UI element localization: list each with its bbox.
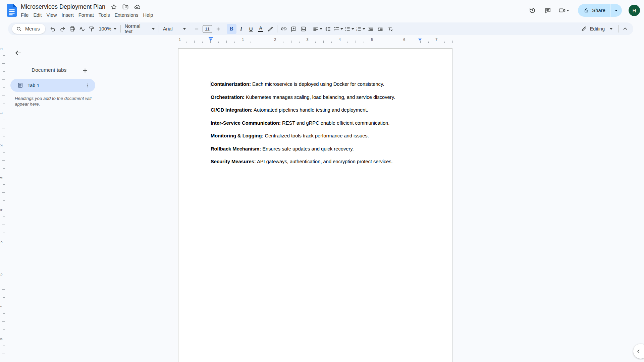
underline-button[interactable]: U — [246, 24, 256, 34]
ruler-tick — [3, 217, 5, 217]
ruler-tick — [3, 329, 5, 330]
ruler-tick — [2, 225, 5, 225]
video-call-caret-icon[interactable] — [567, 10, 569, 11]
ruler-tick — [412, 42, 412, 43]
ruler-tick — [452, 41, 453, 43]
ruler-tick — [396, 42, 396, 43]
first-line-indent-marker[interactable] — [209, 37, 213, 38]
chevron-down-icon — [340, 28, 343, 30]
move-folder-icon[interactable] — [122, 3, 129, 10]
hide-menus-button[interactable] — [620, 24, 630, 34]
menus-search-button[interactable]: Menus — [12, 24, 45, 34]
font-size-input[interactable]: 11 — [203, 25, 212, 33]
back-button[interactable] — [13, 48, 23, 58]
undo-button[interactable] — [48, 24, 58, 34]
increase-indent-button[interactable] — [376, 24, 385, 34]
spellcheck-button[interactable] — [77, 24, 87, 34]
paragraph[interactable]: Monitoring & Logging: Centralized tools … — [211, 133, 420, 139]
numbered-list-button[interactable]: 12 — [355, 24, 366, 34]
ruler-number: 2 — [0, 144, 3, 146]
ruler-number: 4 — [0, 209, 3, 211]
document-content[interactable]: Containerization: Each microservice is d… — [211, 81, 420, 172]
video-call-button[interactable] — [556, 7, 571, 14]
ruler-tick — [3, 168, 5, 169]
paint-format-button[interactable] — [87, 24, 97, 34]
menu-item[interactable]: View — [44, 12, 59, 18]
menu-item[interactable]: Help — [141, 12, 156, 18]
vertical-ruler[interactable]: 112345678 — [0, 45, 5, 362]
comments-icon[interactable] — [541, 4, 554, 17]
ruler-tick — [420, 41, 421, 43]
avatar[interactable]: H — [629, 5, 640, 16]
tab-options-button[interactable] — [83, 81, 91, 89]
toolbar-separator — [277, 25, 277, 33]
version-history-icon[interactable] — [526, 4, 539, 17]
menu-item[interactable]: Format — [76, 12, 96, 18]
ruler-tick — [3, 249, 5, 249]
ruler-number: 1 — [179, 38, 181, 42]
font-select[interactable]: Arial — [161, 24, 188, 34]
clear-formatting-button[interactable] — [385, 24, 395, 34]
paragraph[interactable]: Rollback Mechanism: Ensures safe updates… — [211, 146, 420, 152]
paragraph-style-value: Normal text — [125, 23, 150, 34]
bold-label: B — [230, 26, 233, 32]
add-comment-button[interactable] — [289, 24, 299, 34]
ruler-number: 8 — [0, 338, 3, 340]
share-button[interactable]: Share — [578, 4, 622, 17]
chevron-left-icon — [636, 348, 642, 354]
ruler-tick — [2, 63, 5, 64]
ruler-tick — [347, 42, 348, 43]
menu-item[interactable]: File — [18, 12, 31, 18]
svg-text:1: 1 — [356, 26, 358, 28]
redo-button[interactable] — [58, 24, 67, 34]
decrease-indent-button[interactable] — [366, 24, 376, 34]
ruler-tick — [364, 42, 364, 43]
editing-mode-button[interactable]: Editing — [577, 24, 616, 34]
italic-button[interactable]: I — [236, 24, 246, 34]
ruler-number: 1 — [242, 38, 244, 42]
zoom-select[interactable]: 100% — [97, 24, 119, 34]
insert-image-button[interactable] — [299, 24, 308, 34]
paragraph[interactable]: Containerization: Each microservice is d… — [211, 81, 420, 87]
star-icon[interactable] — [110, 3, 117, 10]
ruler-tick — [259, 41, 259, 43]
bold-button[interactable]: B — [227, 24, 236, 34]
share-dropdown-button[interactable] — [610, 4, 622, 17]
print-button[interactable] — [67, 24, 77, 34]
checklist-button[interactable] — [333, 24, 344, 34]
increase-font-size-button[interactable] — [213, 24, 223, 34]
document-page[interactable]: Containerization: Each microservice is d… — [178, 48, 452, 362]
paragraph[interactable]: Orchestration: Kubernetes manages scalin… — [211, 95, 420, 101]
horizontal-ruler[interactable]: 11234567 — [178, 37, 452, 44]
zoom-value: 100% — [99, 26, 111, 32]
highlight-color-button[interactable] — [266, 24, 275, 34]
ruler-tick — [3, 152, 5, 153]
sidebar-item-tab1[interactable]: Tab 1 — [10, 79, 95, 92]
line-spacing-button[interactable] — [323, 24, 333, 34]
document-title[interactable]: Microservices Deployment Plan — [21, 3, 105, 10]
ruler-tick — [3, 104, 5, 104]
ruler-tick — [3, 346, 5, 346]
text-color-button[interactable]: A — [256, 24, 266, 34]
menu-item[interactable]: Tools — [96, 12, 112, 18]
paragraph[interactable]: CI/CD Integration: Automated pipelines h… — [211, 107, 420, 113]
paragraph-style-select[interactable]: Normal text — [122, 24, 157, 34]
right-indent-marker[interactable] — [418, 39, 422, 41]
decrease-font-size-button[interactable] — [192, 24, 202, 34]
share-label: Share — [592, 8, 605, 13]
add-tab-button[interactable] — [80, 66, 89, 75]
menu-item[interactable]: Extensions — [112, 12, 141, 18]
ruler-tick — [3, 55, 5, 56]
align-button[interactable] — [312, 24, 323, 34]
ruler-tick — [2, 192, 5, 193]
show-side-panel-button[interactable] — [633, 344, 644, 359]
insert-link-button[interactable] — [279, 24, 289, 34]
paragraph[interactable]: Inter-Service Communication: REST and gR… — [211, 120, 420, 126]
google-docs-logo-icon[interactable] — [7, 4, 17, 17]
bulleted-list-button[interactable] — [344, 24, 355, 34]
cloud-status-icon[interactable] — [134, 3, 141, 10]
menu-item[interactable]: Insert — [59, 12, 76, 18]
paragraph[interactable]: Security Measures: API gateways, authent… — [211, 159, 420, 165]
ruler-number: 3 — [307, 38, 309, 42]
menu-item[interactable]: Edit — [31, 12, 44, 18]
